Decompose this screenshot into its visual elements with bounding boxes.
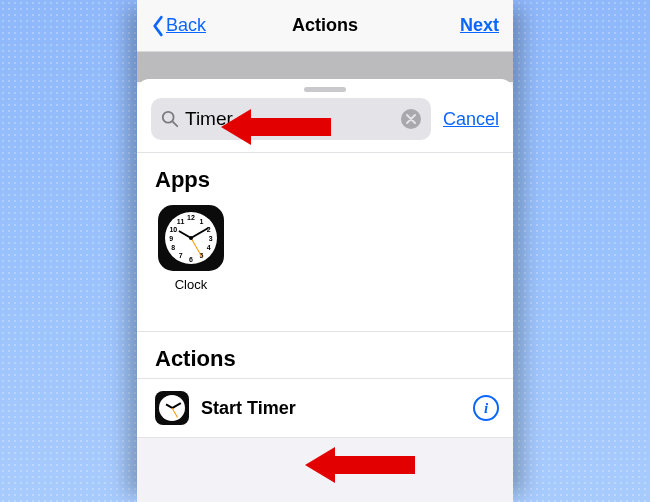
chevron-left-icon — [151, 15, 165, 37]
next-button[interactable]: Next — [460, 15, 499, 36]
divider — [137, 437, 513, 438]
device-frame: Back Actions Next Timer Cancel Apps 12 — [137, 0, 513, 502]
app-clock[interactable]: 12 3 6 9 1 2 4 5 7 8 10 11 — [155, 205, 227, 292]
action-start-timer[interactable]: Start Timer i — [137, 379, 513, 437]
search-input[interactable]: Timer — [151, 98, 431, 140]
svg-line-1 — [173, 122, 178, 127]
svg-point-0 — [163, 112, 174, 123]
back-button[interactable]: Back — [151, 15, 206, 37]
page-title: Actions — [292, 15, 358, 36]
sheet-backdrop — [137, 52, 513, 82]
app-label: Clock — [155, 277, 227, 292]
apps-grid: 12 3 6 9 1 2 4 5 7 8 10 11 — [137, 199, 513, 331]
clock-icon — [155, 391, 189, 425]
info-button[interactable]: i — [473, 395, 499, 421]
clock-icon: 12 3 6 9 1 2 4 5 7 8 10 11 — [158, 205, 224, 271]
search-sheet: Timer Cancel Apps 12 3 6 9 1 2 — [137, 79, 513, 438]
sheet-grabber[interactable] — [304, 87, 346, 92]
annotation-arrow — [305, 447, 415, 483]
back-label: Back — [166, 15, 206, 36]
clear-search-button[interactable] — [401, 109, 421, 129]
actions-section-header: Actions — [137, 332, 513, 378]
search-icon — [161, 110, 179, 128]
apps-section-header: Apps — [137, 153, 513, 199]
nav-bar: Back Actions Next — [137, 0, 513, 52]
cancel-button[interactable]: Cancel — [443, 109, 499, 130]
action-label: Start Timer — [201, 398, 461, 419]
search-row: Timer Cancel — [137, 98, 513, 152]
close-icon — [406, 114, 416, 124]
search-term: Timer — [185, 108, 395, 130]
